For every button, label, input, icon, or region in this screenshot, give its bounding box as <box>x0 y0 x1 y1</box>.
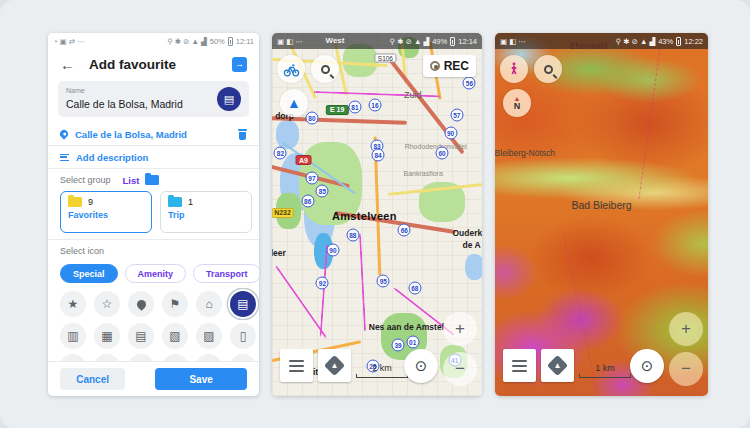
menu-button[interactable] <box>280 349 313 382</box>
folder-icon <box>168 197 182 207</box>
replace-favourite-icon[interactable]: → <box>232 57 247 72</box>
battery-icon <box>450 37 455 46</box>
favourite-icon-option[interactable] <box>196 354 222 361</box>
plus-icon: + <box>681 319 691 339</box>
pedestrian-icon <box>506 61 522 77</box>
description-icon <box>60 154 69 161</box>
add-description-button[interactable]: Add description <box>48 146 259 168</box>
map-label: Nes aan de Amstel <box>369 322 444 332</box>
route-shield: 56 <box>463 77 476 90</box>
address-row[interactable]: Calle de la Bolsa, Madrid <box>48 123 259 145</box>
directions-button[interactable]: ▲ <box>541 349 574 382</box>
name-input[interactable] <box>66 98 217 110</box>
favourite-icon-option[interactable] <box>60 354 86 361</box>
group-count: 1 <box>188 197 193 207</box>
status-bar: ▣ ◧ ⋯ ⚲ ✱ ⊘ ▲ ▟ 43% 12:22 <box>495 33 708 49</box>
group-count: 9 <box>88 197 93 207</box>
favourite-icon-option[interactable] <box>94 354 120 361</box>
route-shield: 85 <box>316 184 329 197</box>
map-label: Rhododendronvallei <box>405 142 467 149</box>
battery-icon <box>228 37 233 46</box>
route-shield: 90 <box>326 244 339 257</box>
search-button[interactable] <box>311 55 339 83</box>
save-button[interactable]: Save <box>155 368 247 390</box>
map-label: A9 <box>295 155 312 165</box>
list-view-button[interactable]: List <box>123 175 140 186</box>
my-location-button[interactable]: ⊙ <box>630 349 664 383</box>
favourite-icon-option[interactable]: ▤ <box>230 291 256 317</box>
favourite-icon-option[interactable] <box>162 354 188 361</box>
compass-north-icon: ▲ N <box>514 95 521 111</box>
favourite-icon-option[interactable]: ⌂ <box>196 291 222 317</box>
directions-icon: ▲ <box>547 355 568 376</box>
favourite-icon-option[interactable] <box>128 354 154 361</box>
route-shield: 84 <box>372 148 385 161</box>
group-section-header: Select group List <box>48 169 259 189</box>
zoom-in-button[interactable]: + <box>669 312 703 346</box>
map-label: de A <box>462 240 480 250</box>
category-chip[interactable]: Amenity <box>125 264 187 283</box>
route-shield: 97 <box>305 172 318 185</box>
footer-actions: Cancel Save <box>48 362 259 396</box>
profile-bicycle-button[interactable] <box>277 55 305 83</box>
map-label: S106 <box>375 54 396 63</box>
compass-button[interactable]: ▲ <box>280 89 308 117</box>
route-shield: 01 <box>406 335 419 348</box>
zoom-out-button[interactable]: − <box>443 352 477 386</box>
favourite-icon-option[interactable] <box>230 354 256 361</box>
plus-icon: + <box>455 319 465 339</box>
group-label: Favorites <box>68 210 144 220</box>
scale-bar: 2 km <box>356 363 408 378</box>
scale-line <box>579 374 631 378</box>
back-button[interactable]: ← <box>60 56 75 73</box>
search-button[interactable] <box>534 55 562 83</box>
favourite-icon-option[interactable]: ☆ <box>94 291 120 317</box>
favourite-icon-option[interactable]: ▦ <box>94 323 120 349</box>
favourite-icon-option[interactable]: ★ <box>60 291 86 317</box>
building-icon: ▤ <box>224 94 234 105</box>
favourite-icon-option[interactable]: ⚑ <box>162 291 188 317</box>
clock: 12:11 <box>236 37 254 46</box>
status-left-icons: ▣ ◧ ⋯ <box>277 37 303 46</box>
folder-icon[interactable] <box>145 175 159 185</box>
hamburger-icon <box>512 365 527 367</box>
group-card-favorites[interactable]: 9 Favorites <box>60 191 152 233</box>
route-shield: 90 <box>444 126 457 139</box>
favourite-icon-option[interactable] <box>128 291 154 317</box>
favourite-icon-option[interactable]: ▯ <box>230 323 256 349</box>
route-shield: 88 <box>346 228 359 241</box>
route-shield: 82 <box>274 146 287 159</box>
battery-percent: 49% <box>432 37 447 46</box>
compass-button[interactable]: ▲ N <box>503 89 531 117</box>
menu-button[interactable] <box>503 349 536 382</box>
category-chip[interactable]: Transport <box>193 264 259 283</box>
directions-button[interactable]: ▲ <box>318 349 351 382</box>
favourite-icon-option[interactable]: ▤ <box>128 323 154 349</box>
folder-icon <box>68 197 82 207</box>
profile-pedestrian-button[interactable] <box>500 55 528 83</box>
map-label: West <box>326 36 345 45</box>
category-chip[interactable]: Special <box>60 264 118 283</box>
zoom-in-button[interactable]: + <box>443 312 477 346</box>
scale-label: 1 km <box>595 363 615 373</box>
cancel-button[interactable]: Cancel <box>60 368 125 390</box>
scale-line <box>356 374 408 378</box>
icon-row-3 <box>48 352 259 361</box>
scale-label: 2 km <box>372 363 392 373</box>
status-right-icons: ⚲ ✱ ⊘ ▲ ▟ <box>167 37 207 46</box>
group-card-trip[interactable]: 1 Trip <box>160 191 252 233</box>
favourite-icon-option[interactable]: ▨ <box>196 323 222 349</box>
map-label: Bankrasflora <box>404 169 443 176</box>
screenshot-collage: ◔ ▣ ⇄ ⋯ ⚲ ✱ ⊘ ▲ ▟ 50% 12:11 ← Add favour… <box>0 0 750 428</box>
delete-address-button[interactable] <box>238 129 247 140</box>
icon-row-1: ★☆⚑⌂▤ <box>48 288 259 320</box>
name-field-label: Name <box>66 87 217 94</box>
icon-row-2: ▥▦▤▧▨▯ <box>48 320 259 352</box>
select-group-title: Select group <box>60 175 111 185</box>
record-widget[interactable]: REC <box>423 55 476 77</box>
favourite-icon-option[interactable]: ▥ <box>60 323 86 349</box>
favourite-icon-option[interactable]: ▧ <box>162 323 188 349</box>
zoom-out-button[interactable]: − <box>669 352 703 386</box>
my-location-button[interactable]: ⊙ <box>404 349 438 383</box>
name-field[interactable]: Name ▤ <box>58 81 249 117</box>
